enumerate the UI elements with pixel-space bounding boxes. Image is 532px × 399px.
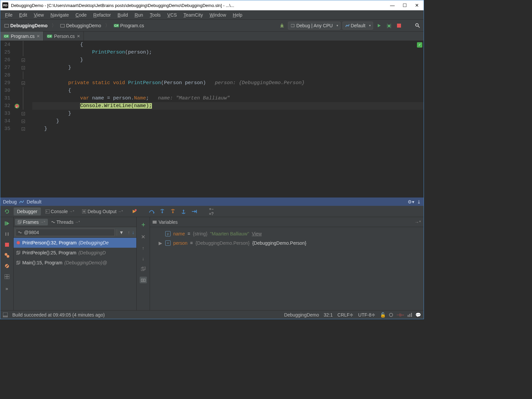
maximize-button[interactable]: ☐ bbox=[403, 3, 407, 8]
tab-debugger[interactable]: Debugger bbox=[14, 207, 41, 215]
stop-debug-button[interactable] bbox=[3, 241, 11, 248]
toolwindow-icon[interactable] bbox=[3, 313, 8, 317]
run-target-dropdown[interactable]: Default bbox=[342, 22, 373, 30]
run-button[interactable] bbox=[375, 22, 383, 30]
debug-config-label: Default bbox=[27, 199, 41, 204]
fold-toggle[interactable] bbox=[22, 127, 25, 131]
menu-refactor[interactable]: Refactor bbox=[91, 12, 114, 18]
close-tab-icon[interactable]: ✕ bbox=[37, 34, 40, 39]
show-watches-button[interactable] bbox=[140, 277, 147, 283]
menu-build[interactable]: Build bbox=[115, 12, 131, 18]
debug-toolwindow-header[interactable]: Debug Default ⚙▾ ⤓ bbox=[0, 197, 424, 206]
inspection-ok-icon[interactable]: ✓ bbox=[417, 42, 422, 48]
variables-pin-icon[interactable]: →* bbox=[415, 219, 421, 225]
menu-window[interactable]: Window bbox=[207, 12, 229, 18]
debug-button[interactable] bbox=[385, 22, 393, 30]
menu-tools[interactable]: Tools bbox=[147, 12, 163, 18]
tab-console[interactable]: Console →* bbox=[42, 207, 78, 215]
close-tab-icon[interactable]: ✕ bbox=[77, 34, 80, 39]
stack-frame[interactable]: PrintPerson():32, Program (DebuggingDe bbox=[14, 238, 136, 248]
breadcrumb-project[interactable]: DebuggingDemo bbox=[2, 22, 50, 29]
resume-button[interactable] bbox=[3, 220, 11, 227]
step-over-button[interactable] bbox=[148, 208, 155, 215]
menu-run[interactable]: Run bbox=[132, 12, 146, 18]
notifications-icon[interactable]: 💬 bbox=[415, 312, 421, 318]
fold-gutter[interactable] bbox=[22, 41, 32, 197]
new-watch-button[interactable]: ＋ bbox=[140, 220, 146, 228]
progress-circle-icon[interactable] bbox=[389, 313, 393, 317]
force-step-into-button[interactable] bbox=[170, 208, 176, 215]
minimize-button[interactable]: — bbox=[390, 3, 395, 8]
menu-vcs[interactable]: VCS bbox=[165, 12, 180, 18]
status-project[interactable]: DebuggingDemo bbox=[284, 312, 319, 318]
prev-frame-button[interactable]: ↑ bbox=[128, 230, 130, 235]
search-everywhere-button[interactable] bbox=[414, 22, 422, 30]
lock-icon[interactable]: 🔓 bbox=[380, 312, 386, 318]
stack-frame[interactable]: PrintPeople():25, Program (DebuggingD bbox=[14, 248, 136, 258]
editor-tab-program-cs[interactable]: C#Program.cs✕ bbox=[0, 32, 44, 41]
show-execution-point-button[interactable] bbox=[131, 208, 138, 215]
thread-dropdown-caret[interactable]: ▼ bbox=[117, 229, 126, 236]
breakpoint-gutter[interactable] bbox=[12, 41, 22, 197]
next-frame-button[interactable]: ↓ bbox=[132, 230, 134, 235]
editor[interactable]: 242526272829303132333435 { PrintPerson(p… bbox=[0, 41, 424, 197]
remove-watch-button[interactable]: ✕ bbox=[141, 234, 145, 240]
fold-toggle[interactable] bbox=[22, 66, 25, 69]
git-icon[interactable]: ⊣⊢ bbox=[396, 312, 404, 318]
svg-point-15 bbox=[135, 209, 137, 211]
status-build-message: Build succeeded at 09:49:05 (4 minutes a… bbox=[12, 312, 105, 318]
view-link[interactable]: View bbox=[252, 231, 262, 236]
menu-file[interactable]: File bbox=[2, 12, 15, 18]
mute-breakpoints-button[interactable] bbox=[3, 262, 11, 270]
expand-icon[interactable]: ▶ bbox=[158, 240, 163, 246]
rerun-button[interactable] bbox=[2, 208, 12, 214]
svg-rect-35 bbox=[19, 220, 21, 223]
menu-navigate[interactable]: Navigate bbox=[48, 12, 71, 18]
editor-tab-person-cs[interactable]: C#Person.cs✕ bbox=[44, 32, 84, 41]
menu-view[interactable]: View bbox=[31, 12, 47, 18]
code-area[interactable]: { PrintPerson(person); } } private stati… bbox=[32, 41, 424, 197]
breadcrumb-file[interactable]: C# Program.cs bbox=[112, 22, 146, 29]
variable-row[interactable]: ▶≡person = {DebuggingDemo.Person} {Debug… bbox=[151, 238, 422, 248]
view-breakpoints-button[interactable] bbox=[3, 252, 11, 259]
layout-button[interactable] bbox=[3, 273, 11, 280]
memory-indicator-icon[interactable] bbox=[408, 313, 412, 317]
fold-toggle[interactable] bbox=[22, 112, 25, 115]
thread-selector[interactable]: @9804 bbox=[16, 229, 115, 236]
step-out-button[interactable] bbox=[180, 208, 187, 215]
variables-list[interactable]: pname = {string} "Maarten Balliauw" View… bbox=[150, 227, 424, 310]
status-encoding[interactable]: UTF-8≑ bbox=[358, 312, 375, 318]
status-line-sep[interactable]: CRLF≑ bbox=[337, 312, 354, 318]
fold-toggle[interactable] bbox=[22, 59, 25, 62]
move-up-button[interactable]: ↑ bbox=[142, 245, 144, 251]
breadcrumb-solution[interactable]: DebuggingDemo bbox=[58, 22, 103, 29]
menu-help[interactable]: Help bbox=[230, 12, 245, 18]
evaluate-expression-button[interactable]: +−=? bbox=[208, 208, 215, 215]
close-button[interactable]: ✕ bbox=[415, 3, 419, 8]
run-to-cursor-button[interactable] bbox=[191, 208, 198, 215]
breakpoint-icon[interactable] bbox=[15, 104, 19, 108]
svg-rect-34 bbox=[18, 221, 20, 224]
stack-frame[interactable]: Main():15, Program (DebuggingDemo)@ bbox=[14, 258, 136, 268]
fold-toggle[interactable] bbox=[22, 120, 25, 123]
pause-button[interactable] bbox=[3, 230, 11, 238]
build-button[interactable] bbox=[278, 22, 286, 30]
menu-code[interactable]: Code bbox=[73, 12, 89, 18]
tab-threads[interactable]: Threads→* bbox=[49, 219, 83, 225]
menu-edit[interactable]: Edit bbox=[17, 12, 30, 18]
tab-debug-output[interactable]: Debug Output →* bbox=[79, 207, 126, 215]
status-caret-pos[interactable]: 32:1 bbox=[324, 312, 333, 318]
menu-teamcity[interactable]: TeamCity bbox=[181, 12, 205, 18]
debug-settings-icon[interactable]: ⚙▾ bbox=[408, 199, 414, 204]
move-down-button[interactable]: ↓ bbox=[142, 256, 144, 261]
variable-row[interactable]: pname = {string} "Maarten Balliauw" View bbox=[151, 229, 422, 238]
fold-toggle[interactable] bbox=[22, 81, 25, 85]
step-into-button[interactable] bbox=[159, 208, 166, 215]
tab-frames[interactable]: Frames→* bbox=[15, 219, 48, 225]
debug-hide-icon[interactable]: ⤓ bbox=[417, 199, 421, 204]
stop-button[interactable] bbox=[395, 22, 403, 30]
duplicate-button[interactable] bbox=[141, 267, 146, 271]
more-button[interactable]: » bbox=[3, 285, 11, 292]
run-config-dropdown[interactable]: Debug | Any CPU bbox=[288, 22, 340, 30]
frames-list[interactable]: PrintPerson():32, Program (DebuggingDePr… bbox=[14, 238, 136, 310]
